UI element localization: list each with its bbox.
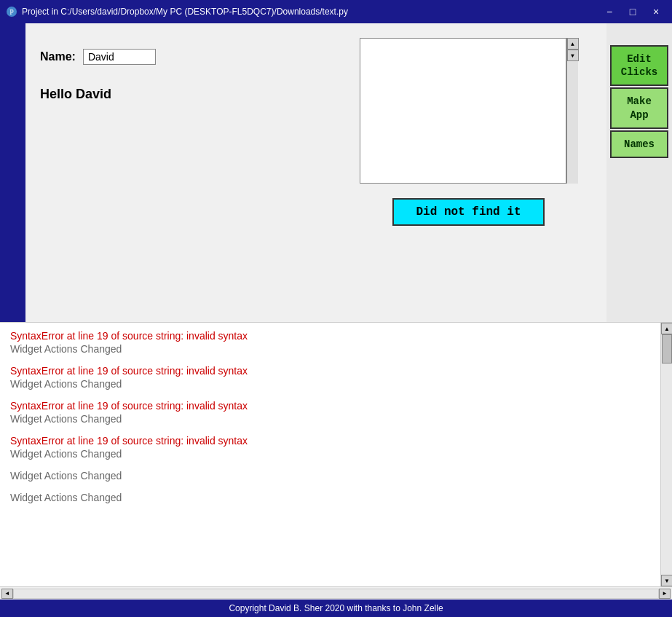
log-entry: Widget Actions Changed <box>10 413 657 425</box>
log-spacer <box>10 426 657 435</box>
log-entry: Widget Actions Changed <box>10 378 657 390</box>
text-area-wrapper: ▲ ▼ <box>360 38 578 184</box>
app-icon: P <box>6 6 17 17</box>
footer: Copyright David B. Sher 2020 with thanks… <box>0 600 672 617</box>
horizontal-scrollbar: ◄ ► <box>0 586 672 600</box>
name-row: Name: <box>40 49 316 65</box>
window-title: Project in C:/Users/david/Dropbox/My PC … <box>22 7 599 17</box>
log-spacer <box>10 391 657 400</box>
log-entry: Widget Actions Changed <box>10 448 657 460</box>
log-area: SyntaxError at line 19 of source string:… <box>0 322 672 586</box>
left-accent-bar <box>0 23 25 322</box>
scroll-right-button[interactable]: ► <box>659 589 671 599</box>
close-button[interactable]: × <box>646 4 666 19</box>
log-scroll-thumb <box>662 334 672 363</box>
names-button[interactable]: Names <box>610 130 668 158</box>
horizontal-scroll-track[interactable] <box>13 589 659 599</box>
minimize-button[interactable]: − <box>599 4 620 19</box>
make-app-button[interactable]: MakeApp <box>610 87 668 128</box>
top-panel: Name: Hello David ▲ ▼ Did not find it Ed… <box>0 23 672 322</box>
log-entry: Widget Actions Changed <box>10 343 657 355</box>
did-not-find-button[interactable]: Did not find it <box>392 198 544 226</box>
log-entry: Widget Actions Changed <box>10 492 657 503</box>
log-spacer <box>10 483 657 492</box>
scrollbar-down-button[interactable]: ▼ <box>567 50 579 61</box>
main-textarea[interactable] <box>360 38 566 184</box>
log-entry: SyntaxError at line 19 of source string:… <box>10 365 657 377</box>
center-area: ▲ ▼ Did not find it <box>331 23 606 322</box>
hello-text: Hello David <box>40 87 316 102</box>
textarea-scrollbar: ▲ ▼ <box>566 38 578 184</box>
log-scrollbar: ▲ ▼ <box>660 323 672 586</box>
log-scroll-down-button[interactable]: ▼ <box>661 575 672 586</box>
log-scroll-up-button[interactable]: ▲ <box>661 323 672 334</box>
edit-clicks-button[interactable]: EditClicks <box>610 45 668 86</box>
log-entry: SyntaxError at line 19 of source string:… <box>10 435 657 447</box>
form-area: Name: Hello David <box>25 23 331 322</box>
log-spacer <box>10 461 657 470</box>
app-area: Name: Hello David ▲ ▼ Did not find it Ed… <box>0 23 672 617</box>
right-buttons-panel: EditClicks MakeApp Names <box>606 23 672 322</box>
copyright-text: Copyright David B. Sher 2020 with thanks… <box>229 603 443 613</box>
name-label: Name: <box>40 50 76 63</box>
window-controls: − □ × <box>599 4 666 19</box>
log-scroll-track <box>661 334 672 575</box>
name-input[interactable] <box>83 49 156 65</box>
log-entry: SyntaxError at line 19 of source string:… <box>10 330 657 342</box>
maximize-button[interactable]: □ <box>622 4 643 19</box>
log-entry: Widget Actions Changed <box>10 470 657 482</box>
scroll-left-button[interactable]: ◄ <box>1 589 13 599</box>
svg-text:P: P <box>9 8 14 16</box>
log-entry: SyntaxError at line 19 of source string:… <box>10 400 657 412</box>
scrollbar-up-button[interactable]: ▲ <box>567 38 579 50</box>
log-spacer <box>10 356 657 365</box>
title-bar: P Project in C:/Users/david/Dropbox/My P… <box>0 0 672 23</box>
